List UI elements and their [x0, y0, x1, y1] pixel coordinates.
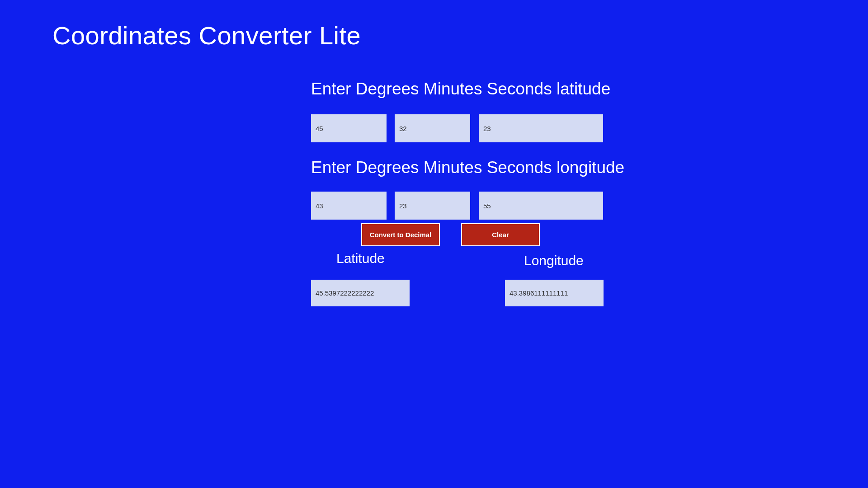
longitude-degrees-input[interactable]	[311, 192, 387, 220]
convert-button[interactable]: Convert to Decimal	[361, 223, 440, 246]
clear-button[interactable]: Clear	[461, 223, 540, 246]
latitude-section-label: Enter Degrees Minutes Seconds latitude	[311, 80, 610, 99]
longitude-seconds-input[interactable]	[479, 192, 603, 220]
latitude-degrees-input[interactable]	[311, 114, 387, 142]
longitude-minutes-input[interactable]	[395, 192, 470, 220]
app-title: Coordinates Converter Lite	[52, 21, 361, 50]
result-latitude-output[interactable]	[311, 280, 410, 306]
longitude-section-label: Enter Degrees Minutes Seconds longitude	[311, 158, 624, 177]
latitude-minutes-input[interactable]	[395, 114, 470, 142]
result-longitude-output[interactable]	[505, 280, 604, 306]
result-longitude-label: Longitude	[524, 253, 584, 268]
result-latitude-label: Latitude	[336, 251, 385, 266]
latitude-seconds-input[interactable]	[479, 114, 603, 142]
